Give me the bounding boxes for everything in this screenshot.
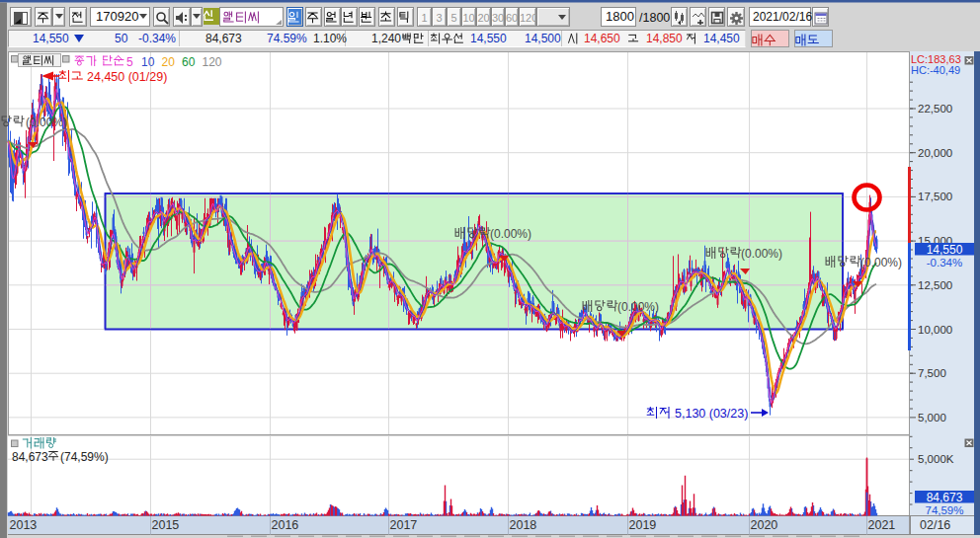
svg-text:2016: 2016 bbox=[272, 518, 299, 532]
svg-text:120: 120 bbox=[203, 55, 222, 69]
svg-text:-0.34%: -0.34% bbox=[927, 257, 962, 269]
svg-text:84,673: 84,673 bbox=[927, 491, 963, 504]
svg-text:12,500: 12,500 bbox=[918, 279, 952, 291]
svg-text:10: 10 bbox=[141, 55, 155, 69]
svg-text:20: 20 bbox=[162, 55, 176, 69]
svg-text:2020: 2020 bbox=[751, 518, 778, 532]
svg-text:2018: 2018 bbox=[510, 518, 537, 532]
svg-text:60: 60 bbox=[182, 55, 196, 69]
svg-text:17,500: 17,500 bbox=[918, 191, 952, 202]
svg-text:2013: 2013 bbox=[10, 518, 38, 532]
svg-text:14,550: 14,550 bbox=[927, 243, 963, 257]
svg-text:(0.00%): (0.00%) bbox=[26, 115, 67, 129]
svg-text:5,130 (03/23): 5,130 (03/23) bbox=[675, 407, 748, 421]
svg-text:2017: 2017 bbox=[390, 518, 418, 532]
svg-text:(0.00%): (0.00%) bbox=[490, 227, 531, 241]
svg-text:20,000: 20,000 bbox=[918, 147, 952, 159]
svg-text:7,500: 7,500 bbox=[918, 367, 946, 379]
svg-text:2021: 2021 bbox=[868, 518, 896, 532]
svg-text:24,450 (01/29): 24,450 (01/29) bbox=[87, 70, 167, 84]
svg-text:(74,59%): (74,59%) bbox=[60, 450, 109, 464]
svg-text:2019: 2019 bbox=[629, 518, 657, 532]
svg-text:84,673: 84,673 bbox=[12, 450, 48, 464]
svg-text:5,000K: 5,000K bbox=[918, 453, 954, 465]
svg-text:02/16: 02/16 bbox=[920, 518, 950, 532]
svg-text:10,000: 10,000 bbox=[918, 324, 952, 336]
svg-text:(0.00%): (0.00%) bbox=[741, 247, 782, 261]
svg-text:(0.00%): (0.00%) bbox=[617, 300, 659, 314]
svg-text:HC:-40,49: HC:-40,49 bbox=[911, 64, 960, 76]
svg-text:(0.00%): (0.00%) bbox=[860, 256, 902, 269]
svg-text:5,000: 5,000 bbox=[918, 412, 946, 423]
svg-text:22,500: 22,500 bbox=[918, 103, 952, 115]
svg-text:74,59%: 74,59% bbox=[925, 504, 963, 516]
svg-text:2015: 2015 bbox=[152, 518, 180, 532]
svg-text:5: 5 bbox=[126, 55, 133, 69]
